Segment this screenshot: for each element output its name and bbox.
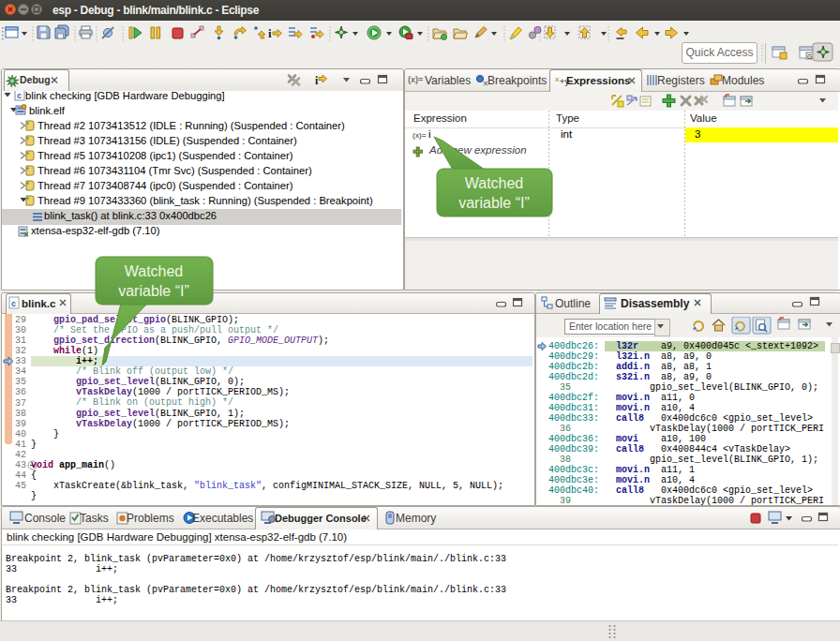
svg-text:Expressions: Expressions [566,75,630,86]
svg-text:Debug: Debug [20,74,51,85]
svg-text:Outline: Outline [555,297,591,310]
svg-text:Executables: Executables [192,512,253,525]
svg-text:(x)=: (x)= [408,75,423,84]
svg-text:i: i [268,26,272,40]
svg-text:G: G [807,53,812,60]
svg-text:Modules: Modules [722,74,764,87]
svg-text:Problems: Problems [127,512,174,525]
svg-text:c: c [17,92,22,101]
svg-text:Console: Console [24,512,66,525]
svg-text:(x)=: (x)= [412,131,427,140]
svg-text:blink.c: blink.c [22,298,56,309]
svg-text:Memory: Memory [396,512,436,525]
svg-text:Disassembly: Disassembly [621,297,690,310]
svg-text:i: i [315,74,319,87]
svg-text:Tasks: Tasks [80,512,109,525]
svg-text:c: c [11,300,16,309]
svg-text:Registers: Registers [657,74,705,87]
svg-text:Variables: Variables [425,74,471,87]
svg-text:Breakpoints: Breakpoints [488,74,547,87]
svg-text:Debugger Console: Debugger Console [275,513,367,524]
